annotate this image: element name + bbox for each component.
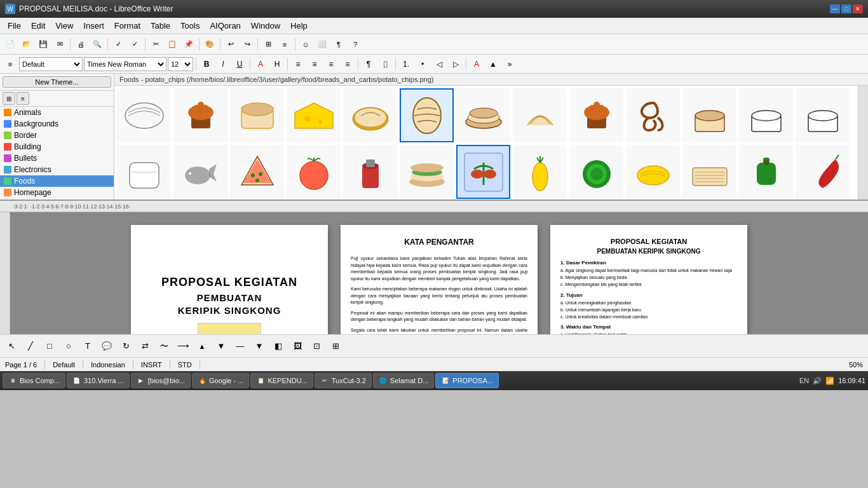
font-size-dropdown[interactable]: 12 xyxy=(168,57,193,71)
gallery-item-chips2[interactable] xyxy=(513,88,567,142)
menu-item-tools[interactable]: Tools xyxy=(175,19,205,32)
taskbar-item-tuxcut32[interactable]: ✂TuxCut-3.2 xyxy=(315,373,372,388)
close-button[interactable]: ✕ xyxy=(853,4,863,13)
gallery-item-cabbage[interactable] xyxy=(569,145,623,199)
gallery-item-veggie[interactable] xyxy=(456,145,510,199)
font-color-button[interactable]: A xyxy=(253,57,268,71)
crop-btn[interactable]: ⊞ xyxy=(327,337,344,355)
taskbar-item-310vierra[interactable]: 📄310.Vierra ... xyxy=(67,373,130,388)
gallery-category-animals[interactable]: Animals xyxy=(0,107,114,118)
more-btn[interactable]: » xyxy=(502,57,517,71)
fillcolor-dropdown[interactable]: ▼ xyxy=(212,337,230,355)
align-justify-button[interactable]: ≡ xyxy=(340,57,355,71)
gallery-category-backgrounds[interactable]: Backgrounds xyxy=(0,118,114,130)
rotate-tool[interactable]: ↻ xyxy=(117,337,135,355)
insert-mode[interactable]: INSRT xyxy=(141,361,162,369)
gallery-category-logo_local[interactable]: Logo_Local xyxy=(0,198,114,200)
align-right-button[interactable]: ≡ xyxy=(323,57,339,71)
gallery-list-view[interactable]: ≡ xyxy=(17,92,29,105)
menu-item-format[interactable]: Format xyxy=(109,19,146,32)
gallery-item-bread[interactable] xyxy=(230,88,284,142)
gallery-item-potato-chips[interactable] xyxy=(400,88,454,142)
insert-char-button[interactable]: ☺ xyxy=(298,37,313,52)
rectangle-tool[interactable]: □ xyxy=(41,337,58,355)
menu-item-edit[interactable]: Edit xyxy=(26,19,50,32)
text-tool[interactable]: T xyxy=(79,337,97,355)
ellipse-tool[interactable]: ○ xyxy=(60,337,78,355)
styles-toggle[interactable]: ≡ xyxy=(3,57,18,72)
gallery-item-cheese[interactable] xyxy=(287,88,341,142)
linecolor-btn[interactable]: — xyxy=(231,337,249,355)
gallery-category-border[interactable]: Border xyxy=(0,130,114,141)
taskbar-item-kependu[interactable]: 📋KEPENDU... xyxy=(250,373,313,388)
open-button[interactable]: 📂 xyxy=(19,37,34,52)
insert-pic-btn[interactable]: 🖼 xyxy=(288,337,306,355)
taskbar-item-google[interactable]: 🔥Google - ... xyxy=(192,373,249,388)
bold-button[interactable]: B xyxy=(199,57,214,71)
align-left-button[interactable]: ≡ xyxy=(290,57,306,71)
menu-item-view[interactable]: View xyxy=(50,19,78,32)
taskbar-item-bioscomp[interactable]: 🖥Bios Comp... xyxy=(3,373,65,388)
format-button[interactable]: 🎨 xyxy=(202,37,217,52)
align-center-button[interactable]: ≡ xyxy=(307,57,322,71)
menu-item-insert[interactable]: Insert xyxy=(78,19,109,32)
insert-field-button[interactable]: ≡ xyxy=(277,37,292,52)
nonbreaking-button[interactable]: ⌷ xyxy=(377,57,393,71)
gallery-item-muffin2[interactable] xyxy=(569,88,623,142)
help-button[interactable]: ? xyxy=(348,37,363,52)
gallery-category-bullets[interactable]: Bullets xyxy=(0,152,114,164)
gallery-scrollbar[interactable] xyxy=(858,86,868,200)
maximize-button[interactable]: □ xyxy=(841,4,851,13)
nonprinting-button[interactable]: ¶ xyxy=(331,37,346,52)
gallery-item-grain2[interactable] xyxy=(682,145,736,199)
menu-item-help[interactable]: Help xyxy=(285,19,313,32)
select-tool[interactable]: ↖ xyxy=(3,337,20,355)
spellcheck-button[interactable]: ✓ xyxy=(111,37,126,52)
taskbar-item-biosbio[interactable]: ▶[bios@bio... xyxy=(131,373,191,388)
save-button[interactable]: 💾 xyxy=(36,37,51,52)
insert-textbox-btn[interactable]: ⊡ xyxy=(308,337,325,355)
gallery-category-building[interactable]: Building xyxy=(0,141,114,152)
char-highlight-button[interactable]: ▲ xyxy=(485,57,501,71)
gallery-item-corn-chips[interactable] xyxy=(343,88,397,142)
undo-button[interactable]: ↩ xyxy=(223,37,238,52)
gallery-item-cake[interactable] xyxy=(682,88,736,142)
gallery-grid-view[interactable]: ⊞ xyxy=(3,92,15,105)
print-preview-button[interactable]: 🔍 xyxy=(90,37,105,52)
highlight-button[interactable]: H xyxy=(269,57,285,71)
callout-tool[interactable]: 💬 xyxy=(98,337,116,355)
menu-item-window[interactable]: Window xyxy=(246,19,285,32)
shadow-btn[interactable]: ◧ xyxy=(269,337,287,355)
gallery-item-cake3[interactable] xyxy=(796,88,850,142)
gallery-category-electronics[interactable]: Electronics xyxy=(0,164,114,175)
line-tool[interactable]: ╱ xyxy=(22,337,39,355)
copy-button[interactable]: 📋 xyxy=(165,37,180,52)
gallery-item-grain[interactable] xyxy=(117,88,171,142)
italic-button[interactable]: I xyxy=(215,57,231,71)
insert-table-button[interactable]: ⊞ xyxy=(261,37,276,52)
connector-tool[interactable]: ⟶ xyxy=(174,337,192,355)
gallery-item-pancake[interactable] xyxy=(456,88,510,142)
gallery-item-tomato-sauce[interactable] xyxy=(343,145,397,199)
indent-more-button[interactable]: ▷ xyxy=(448,57,463,71)
document-area[interactable]: PROPOSAL KEGIATAN PEMBUATANKERIPIK SINGK… xyxy=(0,212,868,334)
numbering-button[interactable]: 1. xyxy=(398,57,414,71)
menu-item-file[interactable]: File xyxy=(3,19,26,32)
gallery-category-homepage[interactable]: Homepage xyxy=(0,187,114,198)
paste-button[interactable]: 📌 xyxy=(181,37,196,52)
email-button[interactable]: ✉ xyxy=(52,37,67,52)
underline-button[interactable]: U xyxy=(232,57,247,71)
minimize-button[interactable]: — xyxy=(830,4,840,13)
style-dropdown[interactable]: Default xyxy=(19,57,83,71)
gallery-item-pepper[interactable] xyxy=(739,145,793,199)
flip-tool[interactable]: ⇄ xyxy=(136,337,154,355)
font-color2-button[interactable]: A xyxy=(469,57,484,71)
menu-item-table[interactable]: Table xyxy=(146,19,175,32)
paragraph-button[interactable]: ¶ xyxy=(361,57,376,71)
linecolor-dropdown[interactable]: ▼ xyxy=(250,337,268,355)
taskbar-item-selamatd[interactable]: 🌐Selamat D... xyxy=(373,373,435,388)
gallery-item-corn2[interactable] xyxy=(626,145,680,199)
gallery-item-cake2[interactable] xyxy=(739,88,793,142)
volume-icon[interactable]: 🔊 xyxy=(813,377,822,385)
network-icon[interactable]: 📶 xyxy=(825,377,834,385)
